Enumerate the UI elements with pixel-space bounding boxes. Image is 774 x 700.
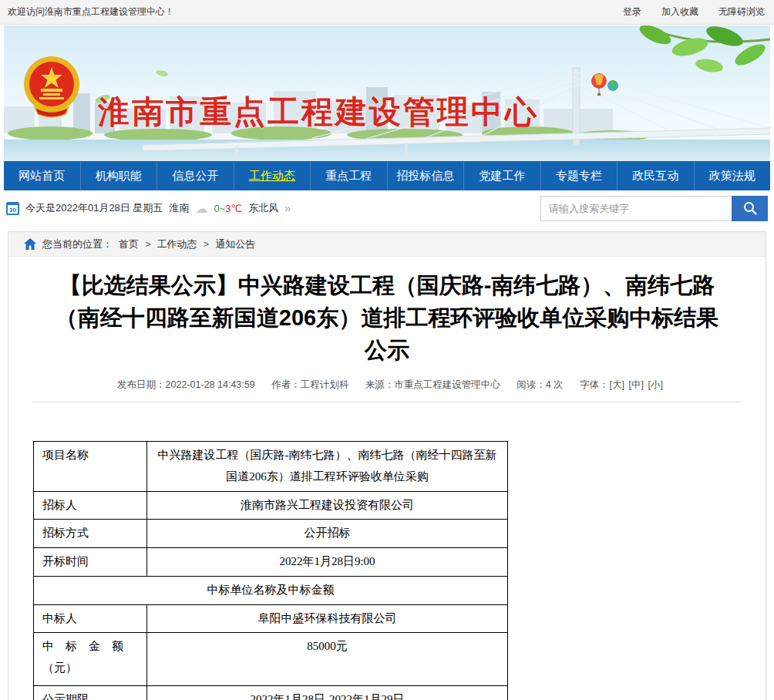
nav-item-政民互动[interactable]: 政民互动 xyxy=(617,161,694,190)
font-size-small[interactable]: [小] xyxy=(648,379,662,390)
breadcrumb-separator: > xyxy=(145,238,151,250)
nav-item-招投标信息[interactable]: 招投标信息 xyxy=(387,161,464,190)
welcome-text: 欢迎访问淮南市重点工程建设管理中心！ xyxy=(8,5,174,19)
table-row: 公示期限2022年1月28日-2022年1月29日 xyxy=(34,686,508,700)
bid-result-table: 项目名称中兴路建设工程（国庆路-南纬七路）、南纬七路（南经十四路至新国道206东… xyxy=(33,441,508,700)
top-links: 登录加入收藏无障碍浏览 xyxy=(623,5,766,19)
breadcrumb-separator: > xyxy=(204,238,210,250)
top-link[interactable]: 无障碍浏览 xyxy=(718,5,765,19)
city-label: 淮南 xyxy=(169,201,189,215)
font-size-label: 字体： xyxy=(580,379,609,390)
nav-item-专题专栏[interactable]: 专题专栏 xyxy=(540,161,618,190)
row-span-value: 中标单位名称及中标金额 xyxy=(34,576,508,604)
top-utility-bar: 欢迎访问淮南市重点工程建设管理中心！ 登录加入收藏无障碍浏览 xyxy=(0,0,774,25)
row-label: 开标时间 xyxy=(34,548,147,577)
nav-item-label: 政民互动 xyxy=(632,169,678,183)
temperature: 0~3℃ xyxy=(214,203,242,214)
font-size-large[interactable]: [大] xyxy=(610,379,624,390)
nav-item-label: 机构职能 xyxy=(96,169,142,183)
row-value: 2022年1月28日-2022年1月29日 xyxy=(147,686,508,700)
nav-item-label: 招投标信息 xyxy=(396,169,454,183)
nav-item-重点工程[interactable]: 重点工程 xyxy=(310,161,387,190)
top-link[interactable]: 加入收藏 xyxy=(661,5,698,19)
content-box: 您当前的位置： 首页 > 工作动态 > 通知公告 【比选结果公示】中兴路建设工程… xyxy=(8,231,766,700)
nav-item-label: 党建工作 xyxy=(479,169,525,183)
today-text: 今天是2022年01月28日 星期五 xyxy=(25,201,163,215)
row-label: 中标人 xyxy=(34,604,147,633)
table-row: 项目名称中兴路建设工程（国庆路-南纬七路）、南纬七路（南经十四路至新国道206东… xyxy=(34,442,508,492)
nav-item-label: 重点工程 xyxy=(325,169,372,183)
article-meta: 发布日期：2022-01-28 14:43:59 作者：工程计划科 来源：市重点… xyxy=(29,379,745,392)
row-value: 2022年1月28日9:00 xyxy=(147,548,508,577)
nav-item-label: 工作动态 xyxy=(249,169,295,183)
site-banner: 淮南市重点工程建设管理中心 xyxy=(4,25,770,161)
search-input[interactable] xyxy=(540,196,732,221)
table-row: 招标方式公开招标 xyxy=(34,520,508,548)
nav-item-label: 信息公开 xyxy=(172,169,218,183)
font-size-medium[interactable]: [中] xyxy=(629,379,644,390)
row-value: 淮南市路兴工程建设投资有限公司 xyxy=(147,491,508,520)
view-count: 阅读：4 次 xyxy=(517,379,563,390)
main-nav: 网站首页机构职能信息公开工作动态重点工程招投标信息党建工作专题专栏政民互动政策法… xyxy=(4,161,770,190)
nav-item-工作动态[interactable]: 工作动态 xyxy=(234,161,311,190)
row-value: 85000元 xyxy=(147,633,508,686)
table-row: 中 标 金 额 （元）85000元 xyxy=(34,633,508,686)
row-value: 公开招标 xyxy=(147,520,508,548)
site-title: 淮南市重点工程建设管理中心 xyxy=(97,94,539,130)
meta-divider xyxy=(32,402,742,402)
article: 【比选结果公示】中兴路建设工程（国庆路-南纬七路）、南纬七路（南经十四路至新国道… xyxy=(8,257,766,700)
nav-item-机构职能[interactable]: 机构职能 xyxy=(80,161,157,190)
table-row: 中标单位名称及中标金额 xyxy=(34,576,508,604)
top-link[interactable]: 登录 xyxy=(623,5,641,19)
publish-date: 发布日期：2022-01-28 14:43:59 xyxy=(117,379,255,390)
breadcrumb-section-link[interactable]: 工作动态 xyxy=(157,237,197,251)
author: 作者：工程计划科 xyxy=(271,379,348,390)
breadcrumb-home-link[interactable]: 首页 xyxy=(119,237,139,251)
nav-item-政策法规[interactable]: 政策法规 xyxy=(694,161,771,190)
search-bar xyxy=(540,196,768,221)
home-icon xyxy=(24,238,36,250)
nav-item-label: 政策法规 xyxy=(709,169,755,183)
banner-artwork: 淮南市重点工程建设管理中心 xyxy=(4,25,770,161)
source: 来源：市重点工程建设管理中心 xyxy=(365,379,500,390)
nav-item-信息公开[interactable]: 信息公开 xyxy=(156,161,234,190)
search-icon xyxy=(742,200,758,216)
breadcrumb: 您当前的位置： 首页 > 工作动态 > 通知公告 xyxy=(8,232,766,257)
nav-item-label: 专题专栏 xyxy=(556,169,602,183)
table-row: 开标时间2022年1月28日9:00 xyxy=(34,548,508,577)
breadcrumb-prefix: 您当前的位置： xyxy=(42,237,113,251)
weather-more-link[interactable]: » xyxy=(284,202,291,214)
row-label: 招标人 xyxy=(34,491,147,520)
row-label: 中 标 金 额 （元） xyxy=(34,633,147,686)
info-bar: 30 今天是2022年01月28日 星期五 淮南 ☁ 0~3℃ 东北风 » xyxy=(0,190,774,226)
row-label: 公示期限 xyxy=(34,686,147,700)
weather-cloud-icon: ☁ xyxy=(195,201,207,216)
nav-item-党建工作[interactable]: 党建工作 xyxy=(463,161,540,190)
nav-item-label: 网站首页 xyxy=(19,169,65,183)
nav-item-网站首页[interactable]: 网站首页 xyxy=(4,161,80,190)
breadcrumb-current-link[interactable]: 通知公告 xyxy=(215,237,255,251)
row-value: 阜阳中盛环保科技有限公司 xyxy=(147,604,508,633)
row-label: 项目名称 xyxy=(34,442,147,492)
row-label: 招标方式 xyxy=(34,520,147,548)
table-row: 招标人淮南市路兴工程建设投资有限公司 xyxy=(34,491,508,520)
bid-table-body: 项目名称中兴路建设工程（国庆路-南纬七路）、南纬七路（南经十四路至新国道206东… xyxy=(34,442,508,700)
article-title: 【比选结果公示】中兴路建设工程（国庆路-南纬七路）、南纬七路（南经十四路至新国道… xyxy=(52,269,722,366)
search-button[interactable] xyxy=(732,196,768,221)
wind-label: 东北风 xyxy=(248,201,278,215)
calendar-icon: 30 xyxy=(6,202,19,215)
date-weather: 30 今天是2022年01月28日 星期五 淮南 ☁ 0~3℃ 东北风 » xyxy=(6,201,291,216)
row-value: 中兴路建设工程（国庆路-南纬七路）、南纬七路（南经十四路至新国道206东）道排工… xyxy=(147,442,508,492)
table-row: 中标人阜阳中盛环保科技有限公司 xyxy=(34,604,508,633)
